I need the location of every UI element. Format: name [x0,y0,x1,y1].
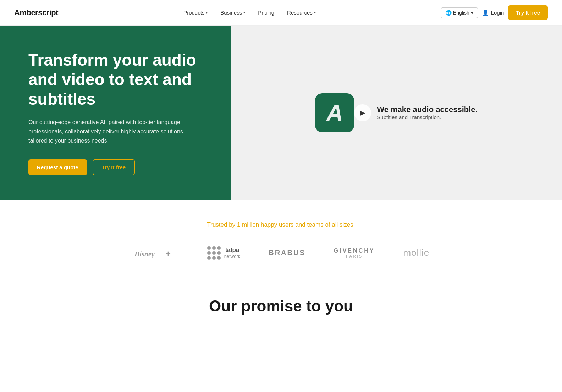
nav-links: Products ▾ Business ▾ Pricing Resources … [183,10,316,16]
try-free-hero-button[interactable]: Try It free [93,159,135,175]
user-icon: 👤 [482,10,489,16]
hero-left-panel: Transform your audio and video to text a… [0,26,231,200]
nav-item-resources[interactable]: Resources ▾ [287,10,316,16]
brabus-text: BRABUS [269,249,305,257]
trust-section: Trusted by 1 million happy users and tea… [0,200,562,276]
app-text-sub: Subtitles and Transcription. [377,114,441,120]
chevron-down-icon: ▾ [471,10,473,16]
app-text-block: We make audio accessible. Subtitles and … [377,105,477,121]
logo-talpa: talpa network [207,246,241,260]
trust-tagline: Trusted by 1 million happy users and tea… [14,221,548,228]
brand-logo[interactable]: Amberscript [14,8,58,17]
talpa-dots [207,246,221,260]
hero-buttons: Request a quote Try It free [28,159,209,175]
hero-description: Our cutting-edge generative AI, paired w… [28,118,199,146]
hero-section: Transform your audio and video to text a… [0,26,562,200]
talpa-name: talpa [224,247,241,254]
logo-mollie: mollie [403,247,429,258]
promise-title: Our promise to you [14,297,548,315]
givenchy-paris: PARIS [334,254,375,258]
nav-right: 🌐 English ▾ 👤 Login Try It free [441,5,548,20]
navbar: Amberscript Products ▾ Business ▾ Pricin… [0,0,562,26]
logo-disney: Disney + [133,244,179,262]
svg-text:+: + [166,249,171,258]
logo-givenchy: GIVENCHY PARIS [334,248,375,258]
hero-title: Transform your audio and video to text a… [28,50,209,109]
talpa-sub: network [224,254,241,259]
try-free-nav-button[interactable]: Try It free [508,5,548,20]
chevron-down-icon: ▾ [206,11,208,15]
login-button[interactable]: 👤 Login [482,10,504,16]
givenchy-text: GIVENCHY [334,248,375,254]
request-quote-button[interactable]: Request a quote [28,159,87,175]
nav-item-business[interactable]: Business ▾ [220,10,245,16]
hero-right-panel: A ▶ We make audio accessible. Subtitles … [231,26,562,200]
app-text-main: We make audio accessible. [377,105,477,114]
app-icon: A [315,93,354,132]
chevron-down-icon: ▾ [243,11,245,15]
promise-section: Our promise to you [0,276,562,322]
logo-brabus: BRABUS [269,249,305,257]
svg-text:Disney: Disney [134,250,155,258]
nav-item-products[interactable]: Products ▾ [183,10,208,16]
disney-logo-svg: Disney + [133,244,179,262]
app-preview: A ▶ We make audio accessible. Subtitles … [315,93,477,132]
mollie-text: mollie [403,247,429,258]
chevron-down-icon: ▾ [314,11,316,15]
play-button[interactable]: ▶ [354,104,371,121]
logos-row: Disney + talpa network [14,244,548,262]
globe-icon: 🌐 [446,10,452,16]
nav-item-pricing[interactable]: Pricing [258,10,274,16]
language-selector[interactable]: 🌐 English ▾ [441,7,478,18]
